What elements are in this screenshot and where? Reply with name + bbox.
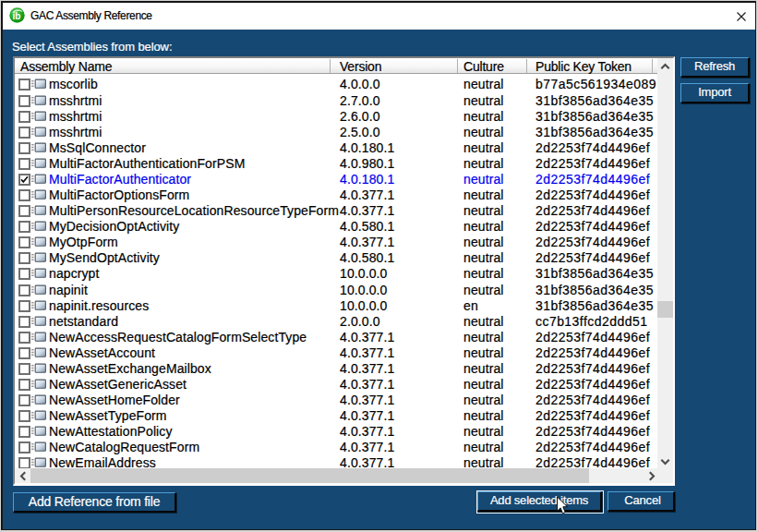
svg-text:ib: ib	[12, 11, 20, 21]
